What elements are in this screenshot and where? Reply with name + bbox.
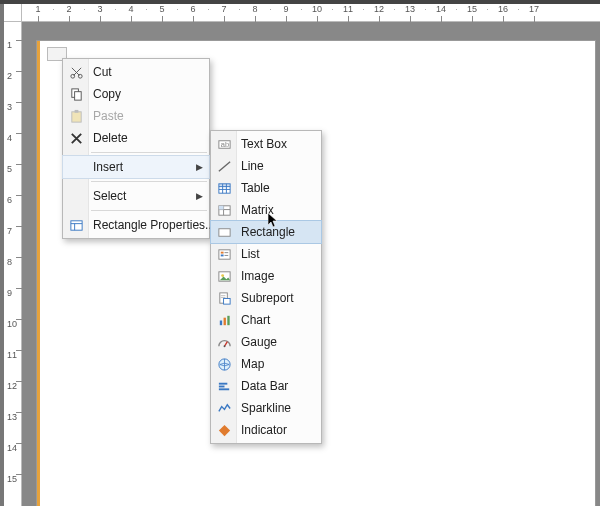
menu-item-label: Copy — [93, 87, 121, 101]
menu-item-label: Select — [93, 189, 126, 203]
context-menu[interactable]: CutCopyPasteDeleteInsert▶Select▶Rectangl… — [62, 58, 210, 239]
indicator-icon — [215, 421, 233, 439]
svg-text:ab: ab — [220, 140, 228, 149]
insert-item-list[interactable]: List — [211, 243, 321, 265]
insert-item-label: Text Box — [241, 137, 287, 151]
insert-item-sparkline[interactable]: Sparkline — [211, 397, 321, 419]
line-icon — [215, 157, 233, 175]
sparkline-icon — [215, 399, 233, 417]
ruler-h-label: 12 — [374, 4, 384, 14]
ruler-h-label: 3 — [97, 4, 102, 14]
svg-rect-34 — [219, 320, 221, 325]
scissors-icon — [67, 63, 85, 81]
submenu-arrow-icon: ▶ — [196, 162, 203, 172]
menu-item-label: Cut — [93, 65, 112, 79]
ruler-v-label: 3 — [7, 102, 12, 112]
report-designer: 1·2·3·4·5·6·7·8·9·10·11·12·13·14·15·16·1… — [0, 0, 600, 506]
ruler-v-label: 14 — [7, 443, 17, 453]
ruler-h-label: 2 — [66, 4, 71, 14]
insert-item-label: Rectangle — [241, 225, 295, 239]
insert-item-label: Chart — [241, 313, 270, 327]
insert-item-table[interactable]: Table — [211, 177, 321, 199]
svg-rect-33 — [223, 298, 230, 304]
table-icon — [215, 179, 233, 197]
svg-rect-5 — [74, 109, 78, 112]
ruler-corner — [4, 4, 22, 22]
ruler-v-label: 9 — [7, 288, 12, 298]
delete-x-icon — [67, 129, 85, 147]
svg-line-11 — [218, 161, 229, 170]
svg-rect-42 — [218, 388, 228, 390]
svg-rect-40 — [218, 382, 226, 384]
menu-item-copy[interactable]: Copy — [63, 83, 209, 105]
insert-item-chart[interactable]: Chart — [211, 309, 321, 331]
insert-item-matrix[interactable]: Matrix — [211, 199, 321, 221]
svg-rect-21 — [218, 205, 223, 209]
image-icon — [215, 267, 233, 285]
insert-item-rectangle[interactable]: Rectangle — [211, 221, 321, 243]
menu-item-delete[interactable]: Delete — [63, 127, 209, 149]
ruler-v-label: 8 — [7, 257, 12, 267]
insert-item-image[interactable]: Image — [211, 265, 321, 287]
svg-rect-17 — [218, 183, 229, 186]
menu-item-label: Rectangle Properties... — [93, 218, 215, 232]
svg-rect-4 — [71, 111, 80, 121]
ruler-v-label: 15 — [7, 474, 17, 484]
insert-item-label: Matrix — [241, 203, 274, 217]
list-icon — [215, 245, 233, 263]
insert-item-label: Subreport — [241, 291, 294, 305]
copy-icon — [67, 85, 85, 103]
svg-rect-3 — [74, 91, 81, 99]
matrix-icon — [215, 201, 233, 219]
ruler-v-label: 1 — [7, 40, 12, 50]
horizontal-ruler: 1·2·3·4·5·6·7·8·9·10·11·12·13·14·15·16·1… — [22, 4, 600, 22]
svg-rect-41 — [218, 385, 224, 387]
ruler-h-label: 1 — [35, 4, 40, 14]
ruler-h-label: 15 — [467, 4, 477, 14]
ruler-h-label: 4 — [128, 4, 133, 14]
ruler-h-label: 8 — [252, 4, 257, 14]
insert-item-map[interactable]: Map — [211, 353, 321, 375]
selection-handle-bar[interactable] — [37, 41, 40, 506]
ruler-h-label: 14 — [436, 4, 446, 14]
chart-icon — [215, 311, 233, 329]
ruler-h-label: 9 — [283, 4, 288, 14]
ruler-h-label: 7 — [221, 4, 226, 14]
menu-item-paste: Paste — [63, 105, 209, 127]
insert-item-label: Gauge — [241, 335, 277, 349]
insert-item-indicator[interactable]: Indicator — [211, 419, 321, 441]
ruler-h-label: 16 — [498, 4, 508, 14]
menu-item-insert[interactable]: Insert▶ — [63, 156, 209, 178]
ruler-v-label: 12 — [7, 381, 17, 391]
gauge-icon — [215, 333, 233, 351]
ruler-v-label: 2 — [7, 71, 12, 81]
insert-item-label: Data Bar — [241, 379, 288, 393]
ruler-v-label: 5 — [7, 164, 12, 174]
insert-item-gauge[interactable]: Gauge — [211, 331, 321, 353]
insert-item-textbox[interactable]: abText Box — [211, 133, 321, 155]
insert-item-line[interactable]: Line — [211, 155, 321, 177]
menu-item-label: Paste — [93, 109, 124, 123]
menu-item-cut[interactable]: Cut — [63, 61, 209, 83]
insert-item-label: Map — [241, 357, 264, 371]
insert-item-subreport[interactable]: Subreport — [211, 287, 321, 309]
ruler-h-label: 10 — [312, 4, 322, 14]
svg-rect-36 — [227, 315, 229, 324]
menu-item-select[interactable]: Select▶ — [63, 185, 209, 207]
submenu-arrow-icon: ▶ — [196, 191, 203, 201]
svg-rect-23 — [218, 249, 229, 258]
subreport-icon — [215, 289, 233, 307]
insert-submenu[interactable]: abText BoxLineTableMatrixRectangleListIm… — [210, 130, 322, 444]
properties-icon — [67, 216, 85, 234]
svg-rect-22 — [218, 228, 229, 236]
ruler-h-label: 5 — [159, 4, 164, 14]
insert-item-label: List — [241, 247, 260, 261]
paste-icon — [67, 107, 85, 125]
svg-rect-6 — [70, 220, 81, 229]
map-icon — [215, 355, 233, 373]
insert-item-databar[interactable]: Data Bar — [211, 375, 321, 397]
rectangle-icon — [215, 223, 233, 241]
menu-item-rectprops[interactable]: Rectangle Properties... — [63, 214, 209, 236]
insert-item-label: Table — [241, 181, 270, 195]
ruler-v-label: 13 — [7, 412, 17, 422]
